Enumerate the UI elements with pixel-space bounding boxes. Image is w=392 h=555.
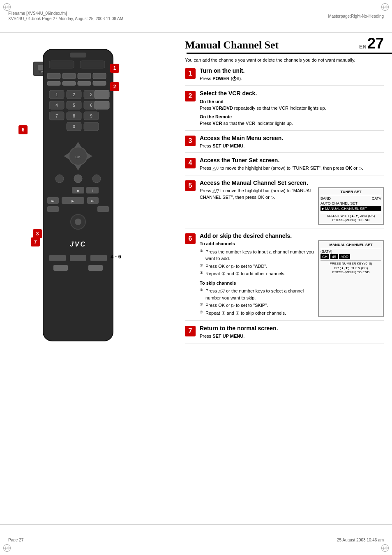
manual-channel-screen-footer: PRESS NUMBER KEY (0–9)OR (▲,▼), THEN (OK… bbox=[321, 260, 381, 274]
masterpage-label: Masterpage:Right-No-Heading bbox=[328, 14, 384, 18]
svg-text:1: 1 bbox=[55, 92, 58, 97]
svg-text:8: 8 bbox=[73, 114, 75, 118]
svg-rect-67 bbox=[97, 206, 109, 212]
svg-text:■: ■ bbox=[77, 189, 79, 193]
svg-point-55 bbox=[92, 175, 101, 183]
svg-text:9: 9 bbox=[90, 114, 92, 118]
svg-text:⏮: ⏮ bbox=[51, 199, 55, 203]
header-left: Filename [XVS44U_06Index.fm] XVS44U_01.b… bbox=[8, 11, 123, 22]
step-2-number: 2 bbox=[185, 91, 196, 101]
remote-container: TV 1 2 3 bbox=[29, 49, 127, 357]
svg-point-69 bbox=[75, 219, 81, 225]
step-6-content: Add or skip the desired channels. To add… bbox=[200, 233, 384, 317]
tuner-screen: TUNER SET BAND CATV AUTO CHANNEL SET ►MA… bbox=[318, 187, 384, 225]
manual-channel-screen: MANUAL CHANNEL SET (SATV) CH 45 ADD PRES… bbox=[318, 240, 384, 317]
svg-rect-71 bbox=[49, 255, 66, 261]
band-label: BAND bbox=[321, 196, 331, 200]
svg-text:▶: ▶ bbox=[71, 199, 74, 203]
step-2-body: On the unit Press VCR/DVD repeatedly so … bbox=[200, 98, 384, 127]
add-channels-head: To add channels bbox=[200, 240, 314, 247]
step-3-content: Access the Main Menu screen. Press SET U… bbox=[200, 135, 384, 150]
callout-7: 7 bbox=[31, 237, 40, 246]
svg-text:2: 2 bbox=[73, 92, 75, 97]
svg-text:⏸: ⏸ bbox=[91, 189, 94, 193]
step-7-body: Press SET UP MENU. bbox=[200, 333, 384, 340]
svg-point-53 bbox=[55, 175, 64, 183]
svg-rect-72 bbox=[70, 255, 86, 261]
manual-channel-item-highlighted: ►MANUAL CHANNEL SET bbox=[321, 206, 381, 211]
footer-date-label: 25 August 2003 10:46 am bbox=[337, 538, 384, 542]
svg-rect-30 bbox=[95, 90, 109, 99]
add-step-2: Press OK or ▷ to set to "ADD". bbox=[200, 263, 314, 270]
svg-rect-19 bbox=[93, 73, 106, 79]
svg-rect-46 bbox=[84, 122, 99, 131]
step-1-content: Turn on the unit. Press POWER (⏻/I). bbox=[200, 67, 384, 82]
skip-step-2: Press OK or ▷ to set to "SKIP". bbox=[200, 302, 314, 309]
left-column: TV 1 2 3 bbox=[8, 37, 185, 522]
skip-channels-head: To skip channels bbox=[200, 280, 314, 287]
step-6-text: To add channels Press the number keys to… bbox=[200, 240, 314, 317]
step-7: 7 Return to the normal screen. Press SET… bbox=[185, 325, 384, 343]
add-label: ADD bbox=[339, 254, 350, 259]
step-7-number: 7 bbox=[185, 326, 196, 336]
step-3-body: Press SET UP MENU. bbox=[200, 143, 384, 150]
step-3-number: 3 bbox=[185, 136, 196, 146]
skip-step-1: Press △▽ or the number keys to select a … bbox=[200, 288, 314, 301]
tuner-screen-title: TUNER SET bbox=[321, 190, 381, 195]
add-channels-list: Press the number keys to input a channel… bbox=[200, 249, 314, 277]
svg-rect-18 bbox=[78, 73, 91, 79]
step-6-number: 6 bbox=[185, 233, 196, 244]
svg-rect-75 bbox=[88, 265, 103, 271]
svg-rect-13 bbox=[70, 53, 86, 58]
step-7-title: Return to the normal screen. bbox=[200, 325, 384, 332]
step-6-layout: To add channels Press the number keys to… bbox=[200, 240, 384, 317]
callout-3: 3 bbox=[33, 229, 42, 238]
filename-label: Filename [XVS44U_06Index.fm] bbox=[8, 11, 123, 16]
step-1-title: Turn on the unit. bbox=[200, 67, 384, 74]
satv-label: (SATV) bbox=[321, 249, 381, 253]
step-1: 1 Turn on the unit. Press POWER (⏻/I). bbox=[185, 67, 384, 86]
remote-svg: 1 2 3 4 5 6 7 8 9 0 bbox=[41, 49, 115, 345]
step-6: 6 Add or skip the desired channels. To a… bbox=[185, 233, 384, 321]
svg-rect-66 bbox=[47, 206, 59, 212]
step-5-title: Access the Manual Channel Set screen. bbox=[200, 180, 384, 186]
svg-point-54 bbox=[74, 175, 82, 183]
manual-channel-screen-title: MANUAL CHANNEL SET bbox=[321, 243, 381, 248]
svg-rect-74 bbox=[53, 265, 68, 271]
svg-text:5: 5 bbox=[73, 103, 75, 108]
svg-rect-73 bbox=[90, 255, 107, 261]
svg-text:JVC: JVC bbox=[70, 241, 86, 248]
svg-text:OK: OK bbox=[75, 155, 81, 159]
step-1-body: Press POWER (⏻/I). bbox=[200, 75, 384, 82]
step-4-title: Access the Tuner Set screen. bbox=[200, 157, 384, 164]
tuner-screen-band-row: BAND CATV bbox=[321, 196, 381, 200]
auto-channel-item: AUTO CHANNEL SET bbox=[321, 201, 381, 205]
svg-rect-21 bbox=[62, 81, 76, 85]
step-2-content: Select the VCR deck. On the unit Press V… bbox=[200, 90, 384, 127]
svg-text:3: 3 bbox=[90, 92, 92, 97]
svg-text:0: 0 bbox=[73, 124, 75, 129]
step-4: 4 Access the Tuner Set screen. Press △▽ … bbox=[185, 157, 384, 175]
svg-rect-16 bbox=[47, 73, 60, 79]
step-2-title: Select the VCR deck. bbox=[200, 90, 384, 97]
step-6-title: Add or skip the desired channels. bbox=[200, 233, 384, 239]
step-4-body: Press △▽ to move the highlight bar (arro… bbox=[200, 165, 384, 172]
header: Filename [XVS44U_06Index.fm] XVS44U_01.b… bbox=[0, 0, 392, 33]
svg-rect-37 bbox=[95, 101, 109, 109]
add-step-1: Press the number keys to input a channel… bbox=[200, 249, 314, 262]
step-5-content: Access the Manual Channel Set screen. Pr… bbox=[200, 180, 384, 225]
callout-6: 6 bbox=[18, 125, 28, 134]
footer: Page 27 25 August 2003 10:46 am bbox=[0, 524, 392, 555]
step-4-content: Access the Tuner Set screen. Press △▽ to… bbox=[200, 157, 384, 172]
svg-text:4: 4 bbox=[55, 103, 58, 108]
header-right: Masterpage:Right-No-Heading bbox=[328, 14, 384, 18]
svg-rect-22 bbox=[78, 81, 91, 85]
svg-rect-17 bbox=[62, 73, 76, 79]
svg-text:⏭: ⏭ bbox=[91, 199, 95, 203]
step-3-title: Access the Main Menu screen. bbox=[200, 135, 384, 141]
skip-step-3: Repeat ① and ② to skip other channels. bbox=[200, 310, 314, 317]
step-2: 2 Select the VCR deck. On the unit Press… bbox=[185, 90, 384, 131]
svg-rect-14 bbox=[49, 61, 74, 68]
bookinfo-label: XVS44U_01.book Page 27 Monday, August 25… bbox=[8, 16, 123, 21]
step-5-number: 5 bbox=[185, 180, 196, 191]
